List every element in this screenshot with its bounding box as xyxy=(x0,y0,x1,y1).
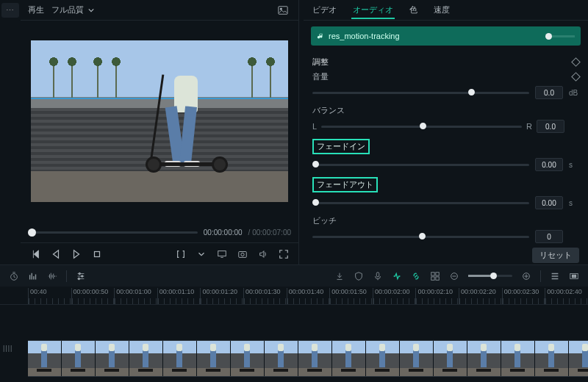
shield-icon[interactable] xyxy=(351,268,367,284)
reset-button[interactable]: リセット xyxy=(532,248,579,263)
ruler-tick-label: 00:00:01:10 xyxy=(159,288,195,295)
time-current: 00:00:00:00 xyxy=(204,228,243,237)
preview-scrubber[interactable] xyxy=(28,231,198,234)
monitor-icon[interactable] xyxy=(213,245,231,263)
ruler-tick-label: 00:00:02:00 xyxy=(375,288,410,295)
clip-frame-thumb[interactable] xyxy=(535,341,569,376)
fade-out-slider[interactable] xyxy=(312,202,529,204)
clip-name: res_motion-tracking xyxy=(329,32,400,40)
fade-out-unit: s xyxy=(569,199,579,207)
sidebar-more-icon[interactable]: ⋯ xyxy=(1,3,19,18)
clip-frame-thumb[interactable] xyxy=(332,341,366,376)
volume-label: 音量 xyxy=(312,71,329,82)
zoom-in-icon[interactable] xyxy=(518,268,534,284)
keyframe-diamond-icon[interactable] xyxy=(571,57,581,67)
clip-frame-thumb[interactable] xyxy=(96,341,129,376)
clip-frame-thumb[interactable] xyxy=(467,341,501,376)
ruler-tick-label: 00:00:01:40 xyxy=(289,288,324,295)
clip-frame-thumb[interactable] xyxy=(366,341,400,376)
svg-rect-18 xyxy=(572,275,576,278)
pitch-slider[interactable] xyxy=(312,236,529,238)
clip-frame-thumb[interactable] xyxy=(569,341,588,376)
ruler-tick-label: 00:00:02:10 xyxy=(417,288,453,295)
marker-down-icon[interactable] xyxy=(331,268,348,284)
levels-icon[interactable] xyxy=(25,268,41,284)
quality-dropdown[interactable]: フル品質 xyxy=(51,4,94,15)
balance-value[interactable]: 0.0 xyxy=(537,120,564,133)
timer-icon[interactable] xyxy=(6,268,22,284)
svg-rect-13 xyxy=(431,276,434,279)
tab-video[interactable]: ビデオ xyxy=(311,1,338,18)
adjust-section-header[interactable]: 調整 xyxy=(312,54,579,70)
clip-frame-thumb[interactable] xyxy=(163,341,197,376)
clip-frame-thumb[interactable] xyxy=(197,341,231,376)
chevron-down-small-icon[interactable] xyxy=(193,245,210,263)
svg-point-7 xyxy=(79,273,80,274)
fade-out-value[interactable]: 0.00 xyxy=(535,196,563,209)
clip-mini-slider[interactable] xyxy=(545,35,575,37)
clip-frame-thumb[interactable] xyxy=(501,341,535,376)
clip-chip[interactable]: res_motion-tracking xyxy=(311,26,581,46)
svg-rect-4 xyxy=(239,251,247,257)
volume-slider[interactable] xyxy=(312,92,529,94)
snapshot-icon[interactable] xyxy=(234,245,251,263)
ruler-tick-label: 00:00:01:30 xyxy=(245,288,281,295)
fullscreen-icon[interactable] xyxy=(275,245,293,263)
play-button[interactable] xyxy=(68,245,85,263)
svg-rect-12 xyxy=(436,272,439,275)
playback-mode-dropdown[interactable]: 再生 xyxy=(28,4,44,15)
preview-panel: 再生 フル品質 xyxy=(21,0,298,264)
stop-button[interactable] xyxy=(88,245,106,263)
svg-rect-3 xyxy=(218,251,226,256)
mic-icon[interactable] xyxy=(370,268,386,284)
svg-rect-0 xyxy=(279,6,287,14)
tab-audio[interactable]: オーディオ xyxy=(351,1,395,19)
svg-point-8 xyxy=(82,275,83,276)
sliders-icon[interactable] xyxy=(73,268,89,284)
clip-frame-thumb[interactable] xyxy=(62,341,96,376)
properties-panel: ビデオ オーディオ 色 速度 res_motion-tracking 調整 音量… xyxy=(298,0,588,264)
track-handle[interactable]: |||| xyxy=(3,345,12,352)
clip-frame-thumb[interactable] xyxy=(434,341,467,376)
balance-slider[interactable] xyxy=(321,126,522,128)
waveform-icon[interactable] xyxy=(44,268,60,284)
ruler-tick-label: 00:00:02:20 xyxy=(461,288,496,295)
chevron-down-icon xyxy=(88,7,94,13)
pitch-value[interactable]: 0 xyxy=(535,230,563,243)
clip-frame-thumb[interactable] xyxy=(129,341,163,376)
timeline-toolbar xyxy=(0,264,588,286)
zoom-out-icon[interactable] xyxy=(446,268,462,284)
tab-speed[interactable]: 速度 xyxy=(432,1,451,18)
clip-frame-thumb[interactable] xyxy=(231,341,265,376)
timeline-ruler[interactable]: 00:4000:00:00:5000:00:01:0000:00:01:1000… xyxy=(0,286,588,304)
volume-unit: dB xyxy=(569,89,579,97)
clip-frame-thumb[interactable] xyxy=(400,341,434,376)
grid-icon[interactable] xyxy=(427,268,443,284)
play-backward-button[interactable] xyxy=(47,245,65,263)
clip-frame-thumb[interactable] xyxy=(265,341,298,376)
ruler-tick-label: 00:00:01:50 xyxy=(331,288,367,295)
tab-color[interactable]: 色 xyxy=(408,1,419,18)
zoom-slider[interactable] xyxy=(468,275,512,277)
fit-icon[interactable] xyxy=(566,268,582,284)
svg-point-9 xyxy=(78,278,79,279)
ruler-tick-label: 00:00:01:20 xyxy=(202,288,237,295)
keyframe-diamond-icon[interactable] xyxy=(571,72,581,82)
video-track[interactable] xyxy=(28,340,588,377)
timeline[interactable]: |||| xyxy=(0,304,588,382)
clip-frame-thumb[interactable] xyxy=(28,341,62,376)
volume-value[interactable]: 0.0 xyxy=(535,86,563,99)
link-icon[interactable] xyxy=(408,268,424,284)
audio-enhance-icon[interactable] xyxy=(389,268,405,284)
picture-icon[interactable] xyxy=(275,2,291,18)
video-frame[interactable] xyxy=(31,40,288,202)
ruler-tick-label: 00:00:02:30 xyxy=(504,288,539,295)
volume-icon[interactable] xyxy=(254,245,272,263)
ruler-tick-label: 00:00:00:50 xyxy=(74,288,109,295)
list-icon[interactable] xyxy=(547,268,563,284)
bracket-toggle-button[interactable] xyxy=(172,245,190,263)
fade-in-value[interactable]: 0.00 xyxy=(535,158,563,171)
clip-frame-thumb[interactable] xyxy=(298,341,332,376)
fade-in-slider[interactable] xyxy=(312,164,529,166)
prev-frame-button[interactable] xyxy=(26,245,44,263)
